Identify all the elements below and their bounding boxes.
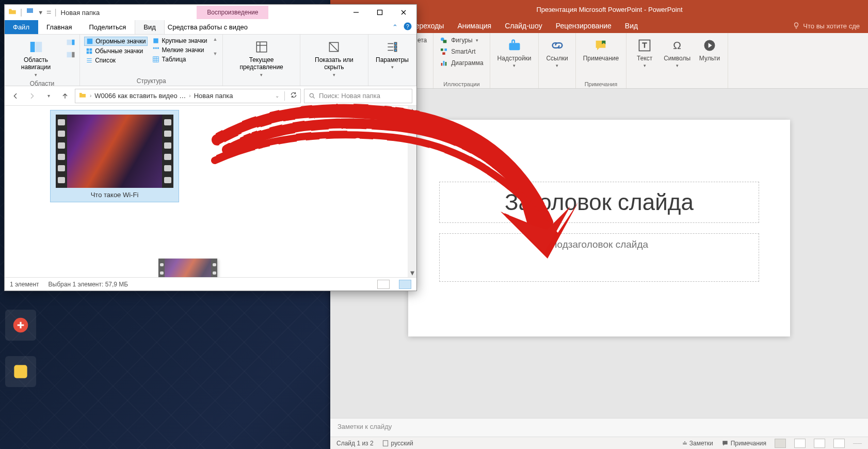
view-normal-icons[interactable]: Обычные значки xyxy=(84,47,148,55)
drag-ghost xyxy=(158,259,217,277)
qat-divider: | xyxy=(20,8,22,17)
svg-rect-10 xyxy=(441,49,443,51)
svg-rect-40 xyxy=(153,57,159,62)
view-large-icons[interactable]: Крупные значки xyxy=(151,37,208,45)
explorer-view-tab[interactable]: Вид xyxy=(135,20,165,34)
close-button[interactable] xyxy=(392,5,415,20)
ppt-shapes-button[interactable]: Фигуры▾ xyxy=(438,35,485,45)
svg-rect-21 xyxy=(27,8,33,13)
explorer-titlebar[interactable]: | ▼ = | Новая папка Воспроизведение xyxy=(5,5,416,20)
svg-rect-29 xyxy=(67,52,72,58)
explorer-ribbon: Область навигации▾ Области Огромные знач… xyxy=(5,35,416,86)
explorer-share-tab[interactable]: Поделиться xyxy=(81,20,135,34)
minimize-button[interactable] xyxy=(344,5,368,20)
ppt-tab-animations[interactable]: Анимация xyxy=(456,20,492,32)
text-icon xyxy=(636,37,653,54)
explorer-home-tab[interactable]: Главная xyxy=(38,20,81,34)
ppt-normal-view-button[interactable] xyxy=(775,439,786,448)
video-thumbnail xyxy=(56,115,173,188)
show-hide-button[interactable]: Показать или скрыть▾ xyxy=(304,37,364,80)
folder-icon xyxy=(8,7,17,18)
ribbon-collapse-button[interactable]: ⌃ xyxy=(392,23,398,31)
breadcrumb-2[interactable]: Новая папка xyxy=(194,92,233,100)
folder-icon xyxy=(78,91,87,101)
ppt-group-illustrations: Иллюстрации xyxy=(438,80,485,87)
explorer-context-tab[interactable]: Воспроизведение xyxy=(197,6,268,19)
options-icon xyxy=(384,39,400,55)
thumbnails-view-toggle[interactable] xyxy=(399,280,411,289)
explorer-scrollbar[interactable]: ▴ ▾ xyxy=(408,106,416,277)
nav-history-button[interactable]: ▾ xyxy=(42,89,55,103)
ppt-tellme[interactable]: Что вы хотите сде xyxy=(793,22,860,30)
ppt-media-button[interactable]: Мульти xyxy=(696,35,724,64)
ppt-slideshow-view-button[interactable] xyxy=(833,439,845,448)
explorer-file-list[interactable]: Что такое Wi-Fi ▴ ▾ xyxy=(5,106,416,277)
preview-pane-icon[interactable] xyxy=(66,39,75,48)
ppt-comment-button[interactable]: Примечание xyxy=(580,35,622,64)
nav-pane-button[interactable]: Область навигации▾ xyxy=(9,37,63,80)
ppt-comments-button[interactable]: Примечания xyxy=(721,440,766,447)
svg-rect-16 xyxy=(509,43,520,50)
view-table[interactable]: Таблица xyxy=(151,55,208,63)
nav-pane-icon xyxy=(28,39,44,55)
view-huge-icons[interactable]: Огромные значки xyxy=(84,37,148,46)
ppt-sorter-view-button[interactable] xyxy=(794,439,806,448)
desktop-icon[interactable] xyxy=(5,310,36,341)
breadcrumb-1[interactable]: W0066 как вставить видео … xyxy=(94,92,186,100)
explorer-file-tab[interactable]: Файл xyxy=(5,20,38,34)
chart-icon xyxy=(440,59,448,67)
slide-title-placeholder[interactable]: Заголовок слайда xyxy=(439,182,759,223)
svg-rect-39 xyxy=(157,47,159,49)
ppt-smartart-button[interactable]: SmartArt xyxy=(438,46,485,57)
status-item-count: 1 элемент xyxy=(10,281,39,288)
ppt-notes-pane[interactable]: Заметки к слайду xyxy=(330,418,868,437)
ppt-reading-view-button[interactable] xyxy=(814,439,825,448)
explorer-videotools-tab[interactable]: Средства работы с видео xyxy=(165,20,251,34)
refresh-button[interactable] xyxy=(290,91,297,100)
slide-subtitle-placeholder[interactable]: Подзаголовок слайда xyxy=(439,233,759,282)
qat-caret[interactable]: ▼ xyxy=(38,9,43,15)
current-view-icon xyxy=(253,39,270,55)
ppt-language[interactable]: русский xyxy=(382,440,413,447)
search-icon xyxy=(309,92,316,100)
svg-rect-9 xyxy=(443,40,447,43)
nav-back-button[interactable] xyxy=(9,89,22,103)
layout-scroll-down[interactable]: ▼ xyxy=(213,51,217,56)
svg-rect-28 xyxy=(72,40,74,45)
help-button[interactable]: ? xyxy=(403,22,412,33)
address-dropdown[interactable]: ⌄ xyxy=(275,93,279,99)
details-view-toggle[interactable] xyxy=(377,280,390,289)
ppt-chart-button[interactable]: Диаграмма xyxy=(438,58,485,68)
current-view-button[interactable]: Текущее представление▾ xyxy=(227,37,295,80)
ppt-addins-button[interactable]: Надстройки▾ xyxy=(494,35,535,70)
nav-up-button[interactable] xyxy=(58,89,72,103)
scroll-up-button[interactable]: ▴ xyxy=(408,106,416,115)
ppt-symbols-button[interactable]: ΩСимволы▾ xyxy=(661,35,694,70)
explorer-tabs: Файл Главная Поделиться Вид Средства раб… xyxy=(5,20,416,35)
desktop-icon[interactable] xyxy=(5,356,36,387)
ppt-notes-button[interactable]: ≐ Заметки xyxy=(682,440,713,447)
svg-rect-43 xyxy=(394,42,396,44)
file-item-video[interactable]: Что такое Wi-Fi xyxy=(50,110,179,202)
nav-forward-button[interactable] xyxy=(25,89,39,103)
ppt-tab-review[interactable]: Рецензирование xyxy=(555,20,613,32)
ppt-links-button[interactable]: Ссылки▾ xyxy=(543,35,571,70)
svg-point-46 xyxy=(310,93,313,97)
details-pane-icon[interactable] xyxy=(66,51,75,60)
maximize-button[interactable] xyxy=(368,5,392,20)
ppt-tab-slideshow[interactable]: Слайд-шоу xyxy=(504,20,543,32)
search-input[interactable]: Поиск: Новая папка xyxy=(304,89,412,103)
qat-dropdown[interactable] xyxy=(25,7,35,18)
ppt-text-button[interactable]: Текст▾ xyxy=(631,35,658,70)
layout-scroll-up[interactable]: ▲ xyxy=(213,37,217,42)
scroll-down-button[interactable]: ▾ xyxy=(408,268,416,277)
desktop-icons xyxy=(5,310,36,387)
options-button[interactable]: Параметры▾ xyxy=(373,37,412,72)
explorer-address-row: ▾ › W0066 как вставить видео … › Новая п… xyxy=(5,86,416,106)
svg-rect-44 xyxy=(394,46,396,48)
address-bar[interactable]: › W0066 как вставить видео … › Новая пап… xyxy=(75,89,301,103)
view-small-icons[interactable]: Мелкие значки xyxy=(151,46,208,54)
ppt-tab-view[interactable]: Вид xyxy=(624,20,639,32)
view-list[interactable]: Список xyxy=(84,56,148,65)
ppt-slide[interactable]: Заголовок слайда Подзаголовок слайда xyxy=(408,120,790,336)
